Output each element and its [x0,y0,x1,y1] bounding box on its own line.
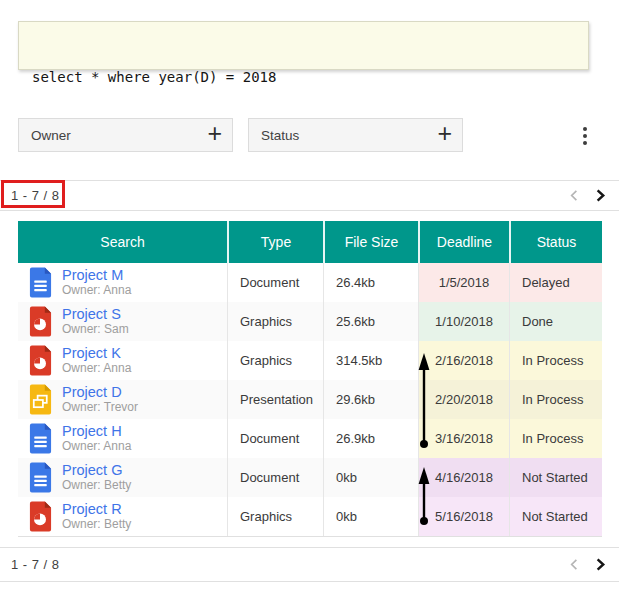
project-owner: Owner: Betty [62,518,131,532]
pagination-bar-bottom: 1 - 7 / 8 [0,547,619,582]
project-link[interactable]: Project R [62,501,131,518]
presentation-icon [28,384,53,415]
project-owner: Owner: Anna [62,440,131,454]
filter-owner-label: Owner [31,128,71,143]
more-options-icon[interactable] [580,124,590,148]
type-cell: Document [227,458,323,497]
size-cell: 26.4kb [323,263,418,302]
project-cell: Project S Owner: Sam [18,302,227,341]
filter-owner[interactable]: Owner + [18,118,233,152]
project-link[interactable]: Project H [62,423,131,440]
size-cell: 314.5kb [323,341,418,380]
table-row: Project D Owner: Trevor Presentation 29.… [18,380,602,419]
project-cell: Project D Owner: Trevor [18,380,227,419]
status-cell: Done [509,302,602,341]
deadline-cell: 1/10/2018 [418,302,509,341]
prev-page-icon[interactable] [567,557,582,572]
deadline-cell: 1/5/2018 [418,263,509,302]
deadline-cell: 4/16/2018 [418,458,509,497]
size-cell: 0kb [323,458,418,497]
graphics-icon [28,345,53,376]
size-cell: 25.6kb [323,302,418,341]
column-header-deadline: Deadline [418,221,509,263]
type-cell: Graphics [227,497,323,536]
next-page-icon[interactable] [592,188,607,203]
type-cell: Document [227,263,323,302]
row-range-label: 1 - 7 / 8 [11,557,60,572]
project-link[interactable]: Project K [62,345,131,362]
type-cell: Graphics [227,341,323,380]
deadline-cell: 5/16/2018 [418,497,509,536]
document-icon [28,462,53,493]
project-owner: Owner: Anna [62,362,131,376]
table-row: Project G Owner: Betty Document 0kb 4/16… [18,458,602,497]
query-code-block: select * where year(D) = 2018 order by J… [18,21,589,70]
project-cell: Project M Owner: Anna [18,263,227,302]
graphics-icon [28,306,53,337]
table-body: Project M Owner: Anna Document 26.4kb 1/… [18,263,602,537]
graphics-icon [28,501,53,532]
project-link[interactable]: Project D [62,384,138,401]
add-filter-icon[interactable]: + [207,121,222,146]
type-cell: Graphics [227,302,323,341]
project-owner: Owner: Anna [62,284,131,298]
column-header-search: Search [18,221,227,263]
project-cell: Project G Owner: Betty [18,458,227,497]
project-link[interactable]: Project G [62,462,131,479]
size-cell: 29.6kb [323,380,418,419]
deadline-cell: 3/16/2018 [418,419,509,458]
type-cell: Document [227,419,323,458]
project-cell: Project R Owner: Betty [18,497,227,536]
project-cell: Project H Owner: Anna [18,419,227,458]
filter-status-label: Status [261,128,299,143]
project-owner: Owner: Sam [62,323,129,337]
table-row: Project K Owner: Anna Graphics 314.5kb 2… [18,341,602,380]
document-icon [28,267,53,298]
column-header-type: Type [227,221,323,263]
status-cell: Delayed [509,263,602,302]
column-header-status: Status [509,221,602,263]
add-filter-icon[interactable]: + [437,121,452,146]
awesome-table-app: select * where year(D) = 2018 order by J… [0,0,619,601]
type-cell: Presentation [227,380,323,419]
project-link[interactable]: Project M [62,267,131,284]
pagination-bar-top: 1 - 7 / 8 [0,180,619,211]
table-row: Project M Owner: Anna Document 26.4kb 1/… [18,263,602,302]
prev-page-icon[interactable] [567,188,582,203]
deadline-cell: 2/16/2018 [418,341,509,380]
status-cell: Not Started [509,497,602,536]
document-icon [28,423,53,454]
project-link[interactable]: Project S [62,306,129,323]
status-cell: Not Started [509,458,602,497]
table-row: Project R Owner: Betty Graphics 0kb 5/16… [18,497,602,536]
next-page-icon[interactable] [592,557,607,572]
status-cell: In Process [509,380,602,419]
project-cell: Project K Owner: Anna [18,341,227,380]
table-row: Project H Owner: Anna Document 26.9kb 3/… [18,419,602,458]
project-owner: Owner: Betty [62,479,131,493]
size-cell: 0kb [323,497,418,536]
table-row: Project S Owner: Sam Graphics 25.6kb 1/1… [18,302,602,341]
row-range-label: 1 - 7 / 8 [11,188,60,203]
status-cell: In Process [509,341,602,380]
project-owner: Owner: Trevor [62,401,138,415]
deadline-cell: 2/20/2018 [418,380,509,419]
results-table: Search Type File Size Deadline Status Pr… [18,221,602,537]
size-cell: 26.9kb [323,419,418,458]
table-header: Search Type File Size Deadline Status [18,221,602,263]
query-line-1: select * where year(D) = 2018 [32,67,575,87]
filter-status[interactable]: Status + [248,118,463,152]
column-header-file-size: File Size [323,221,418,263]
status-cell: In Process [509,419,602,458]
